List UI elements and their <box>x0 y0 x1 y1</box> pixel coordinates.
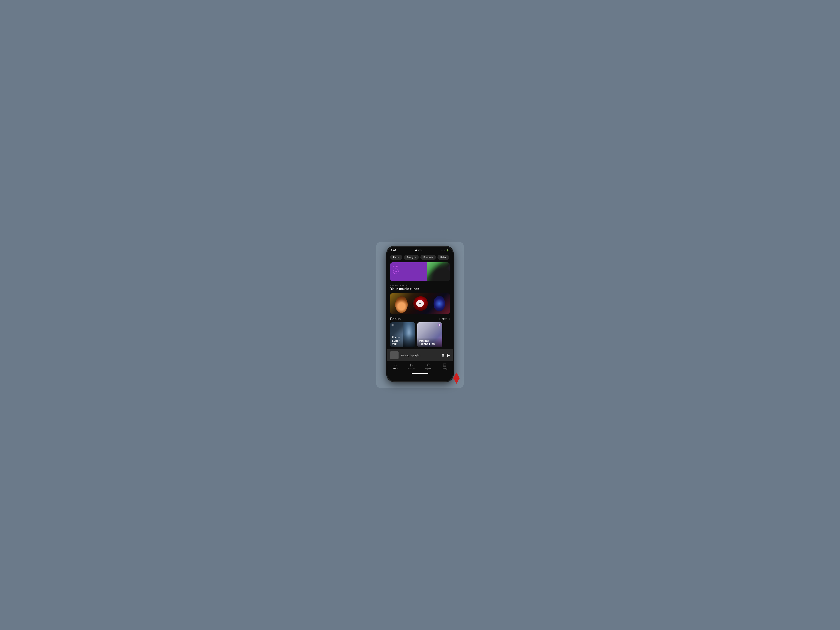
banner-silhouette <box>427 262 450 281</box>
play-icon[interactable]: ▶ <box>447 353 450 357</box>
nav-item-home[interactable]: ⌂ Home <box>387 363 404 369</box>
promo-banner[interactable]: more → <box>390 262 450 281</box>
card-focus-text: FocusSupermix <box>392 336 414 346</box>
scene: 2:02 💬 🛡 ⚠ ⊙ ▼ 🔋 Focus Energize Podcasts… <box>376 242 464 388</box>
tuner-banner[interactable]: + <box>390 293 450 314</box>
now-playing-text: Nothing is playing <box>401 353 440 357</box>
focus-section-header: Focus More <box>387 316 453 322</box>
card-focus-supermix[interactable]: FocusSupermix <box>390 322 415 347</box>
now-playing-label: Nothing is playing <box>401 354 420 357</box>
card-dot-1 <box>392 324 395 327</box>
home-label: Home <box>393 368 398 369</box>
screen: 2:02 💬 🛡 ⚠ ⊙ ▼ 🔋 Focus Energize Podcasts… <box>387 247 453 381</box>
banner-left: more → <box>390 262 427 281</box>
watermark-triangle-up <box>453 373 459 378</box>
messenger-icon: 💬 <box>415 249 417 251</box>
camera-notch <box>419 249 421 251</box>
tuner-plus-button[interactable]: + <box>416 300 424 307</box>
banner-more-label: more <box>393 265 424 267</box>
create-radio-title: Your music tuner <box>390 287 450 291</box>
tuner-person-3 <box>434 296 445 311</box>
samples-icon: ▷ <box>411 363 413 367</box>
home-icon: ⌂ <box>395 363 397 367</box>
focus-cards-row: FocusSupermix MinimalTechno Flow <box>387 322 453 349</box>
explore-label: Explore <box>425 368 431 369</box>
status-right-icons: ⊙ ▼ 🔋 <box>442 249 449 251</box>
wifi-icon: ▼ <box>444 249 446 251</box>
focus-section-title: Focus <box>390 317 401 321</box>
now-playing-bar[interactable]: Nothing is playing ⊞ ▶ <box>387 349 453 361</box>
watermark-triangle-down <box>453 378 459 384</box>
phone-frame: 2:02 💬 🛡 ⚠ ⊙ ▼ 🔋 Focus Energize Podcasts… <box>387 246 453 382</box>
card-minimal-techno-flow[interactable]: MinimalTechno Flow <box>417 322 442 347</box>
watermark <box>453 373 459 384</box>
wave-bar <box>412 303 412 305</box>
card-minimal-label: MinimalTechno Flow <box>417 338 442 347</box>
chip-energize[interactable]: Energize <box>404 255 419 260</box>
chip-focus[interactable]: Focus <box>390 255 402 260</box>
wave-bar <box>413 302 413 305</box>
library-label: Library <box>442 368 447 369</box>
create-radio-eyebrow: CREATE A RADIO <box>390 284 450 286</box>
category-row: Focus Energize Podcasts Relax <box>387 253 453 262</box>
alert-icon: ⚠ <box>421 249 423 251</box>
target-icon: ⊙ <box>442 249 443 251</box>
samples-label: Samples <box>408 368 415 369</box>
focus-more-button[interactable]: More <box>439 317 450 321</box>
nav-item-library[interactable]: ▦ Library <box>436 363 453 369</box>
status-time: 2:02 <box>391 249 396 252</box>
now-playing-controls: ⊞ ▶ <box>442 353 450 357</box>
now-playing-thumbnail <box>390 351 398 359</box>
create-radio-header: CREATE A RADIO Your music tuner <box>387 283 453 292</box>
explore-icon: ⊛ <box>427 363 430 367</box>
banner-arrow: → <box>393 268 398 274</box>
cast-icon[interactable]: ⊞ <box>442 353 444 357</box>
nav-item-explore[interactable]: ⊛ Explore <box>420 363 436 369</box>
card-focus-label: FocusSupermix <box>390 334 415 347</box>
bottom-nav: ⌂ Home ▷ Samples ⊛ Explore ▦ Library <box>387 361 453 373</box>
nav-item-samples[interactable]: ▷ Samples <box>404 363 420 369</box>
chip-relax[interactable]: Relax <box>437 255 449 260</box>
card-dot-purple <box>438 324 441 327</box>
home-indicator <box>412 373 428 374</box>
battery-icon: 🔋 <box>447 249 449 251</box>
banner-right <box>427 262 450 281</box>
chip-podcasts[interactable]: Podcasts <box>420 255 436 260</box>
library-icon: ▦ <box>443 363 446 367</box>
card-minimal-text: MinimalTechno Flow <box>419 339 441 346</box>
